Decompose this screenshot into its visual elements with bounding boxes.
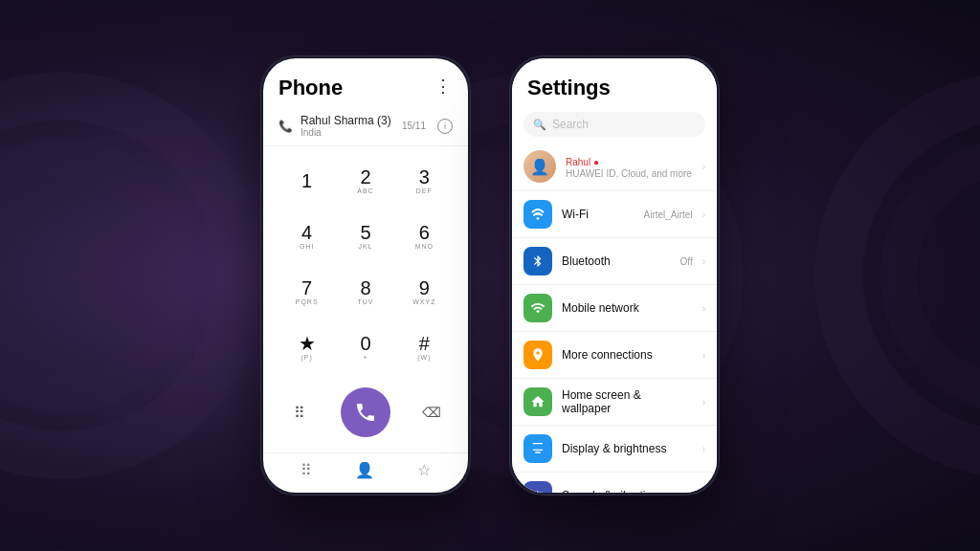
dial-key-6[interactable]: 6 MNO — [396, 209, 453, 263]
contact-country: India — [301, 127, 394, 138]
homescreen-chevron-icon: › — [702, 397, 705, 408]
bluetooth-value: Off — [680, 256, 693, 267]
wifi-icon — [523, 200, 552, 229]
nav-contacts-icon[interactable]: 👤 — [355, 461, 374, 479]
settings-item-wifi[interactable]: Wi-Fi Airtel_Airtel › — [512, 191, 717, 238]
dial-key-0[interactable]: 0 + — [337, 320, 393, 374]
profile-avatar: 👤 — [523, 150, 556, 183]
search-placeholder: Search — [552, 118, 589, 131]
connections-label: More connections — [562, 348, 693, 362]
dial-key-8[interactable]: 8 TUV — [337, 265, 393, 319]
nav-favorites-icon[interactable]: ☆ — [417, 461, 431, 479]
sound-label: Sounds & vibration — [562, 489, 693, 493]
dialpad: 1 2 ABC 3 DEF 4 GHI — [263, 146, 468, 382]
settings-item-display[interactable]: Display & brightness › — [512, 426, 717, 473]
profile-sub: HUAWEI ID, Cloud, and more — [566, 168, 693, 179]
sound-content: Sounds & vibration — [562, 489, 693, 493]
profile-name: Rahul ● — [566, 154, 693, 168]
dial-key-4[interactable]: 4 GHI — [278, 209, 335, 263]
homescreen-content: Home screen & wallpaper — [562, 388, 693, 415]
settings-screen: Settings 🔍 Search 👤 Rahul ● HUAW — [512, 58, 717, 493]
settings-header: Settings — [512, 58, 717, 106]
settings-item-mobile[interactable]: Mobile network › — [512, 285, 717, 332]
contact-bar: 📞 Rahul Sharma (3) India 15/11 i — [263, 106, 468, 146]
mobile-content: Mobile network — [562, 301, 693, 315]
mobile-network-icon — [523, 294, 552, 322]
mobile-label: Mobile network — [562, 301, 693, 315]
settings-item-sound[interactable]: Sounds & vibration › — [512, 473, 717, 493]
contact-name: Rahul Sharma (3) — [301, 114, 394, 127]
search-bar[interactable]: 🔍 Search — [523, 112, 705, 137]
wifi-chevron-icon: › — [702, 209, 705, 220]
sound-icon — [523, 481, 552, 493]
dialer-screen: Phone ⋮ 📞 Rahul Sharma (3) India 15/11 i… — [263, 58, 468, 493]
bluetooth-icon — [523, 247, 552, 276]
display-label: Display & brightness — [562, 442, 693, 455]
profile-info: Rahul ● HUAWEI ID, Cloud, and more — [566, 154, 693, 179]
profile-chevron-icon: › — [702, 162, 705, 172]
contact-count: 15/11 — [402, 121, 426, 131]
settings-item-bluetooth[interactable]: Bluetooth Off › — [512, 238, 717, 285]
dial-key-5[interactable]: 5 JKL — [337, 209, 393, 263]
homescreen-label: Home screen & wallpaper — [562, 388, 693, 415]
wifi-content: Wi-Fi — [562, 208, 635, 221]
connections-icon — [523, 341, 552, 369]
display-chevron-icon: › — [702, 444, 705, 454]
dialer-title: Phone — [278, 76, 343, 100]
phone-dialer: Phone ⋮ 📞 Rahul Sharma (3) India 15/11 i… — [260, 55, 471, 496]
call-button[interactable] — [341, 387, 390, 437]
phone-settings: Settings 🔍 Search 👤 Rahul ● HUAW — [509, 55, 720, 496]
delete-icon[interactable]: ⌫ — [414, 395, 449, 430]
connections-content: More connections — [562, 348, 693, 362]
settings-item-homescreen[interactable]: Home screen & wallpaper › — [512, 379, 717, 426]
display-content: Display & brightness — [562, 442, 693, 455]
bluetooth-chevron-icon: › — [702, 256, 705, 267]
wifi-label: Wi-Fi — [562, 208, 635, 221]
mobile-chevron-icon: › — [702, 303, 705, 314]
bluetooth-content: Bluetooth — [562, 254, 671, 268]
dialer-actions: ⠿ ⌫ — [263, 382, 468, 452]
nav-dialpad-icon[interactable]: ⠿ — [301, 461, 312, 479]
settings-list: 👤 Rahul ● HUAWEI ID, Cloud, and more › — [512, 143, 717, 493]
settings-title: Settings — [527, 76, 611, 99]
dial-key-7[interactable]: 7 PQRS — [278, 265, 335, 319]
sound-chevron-icon: › — [702, 491, 705, 494]
profile-item[interactable]: 👤 Rahul ● HUAWEI ID, Cloud, and more › — [512, 143, 717, 191]
dialer-header: Phone ⋮ — [263, 58, 468, 106]
dial-key-3[interactable]: 3 DEF — [396, 154, 453, 208]
settings-item-connections[interactable]: More connections › — [512, 332, 717, 379]
dial-key-9[interactable]: 9 WXYZ — [396, 265, 453, 319]
bluetooth-label: Bluetooth — [562, 254, 671, 268]
dial-key-2[interactable]: 2 ABC — [337, 154, 393, 208]
connections-chevron-icon: › — [702, 350, 705, 361]
phones-container: Phone ⋮ 📞 Rahul Sharma (3) India 15/11 i… — [260, 55, 720, 496]
dial-key-1[interactable]: 1 — [278, 154, 335, 208]
contact-info-button[interactable]: i — [437, 119, 453, 134]
contact-phone-icon: 📞 — [278, 120, 293, 133]
contact-info: Rahul Sharma (3) India — [301, 114, 394, 138]
display-icon — [523, 434, 552, 463]
dialer-nav: ⠿ 👤 ☆ — [263, 452, 468, 493]
dial-key-hash[interactable]: # (W) — [396, 320, 453, 374]
search-icon: 🔍 — [533, 119, 546, 131]
menu-dots-icon[interactable]: ⋮ — [434, 76, 453, 97]
dial-key-star[interactable]: ★ (P) — [278, 320, 335, 374]
dialpad-grid-icon[interactable]: ⠿ — [282, 395, 317, 430]
wifi-value: Airtel_Airtel — [644, 209, 693, 220]
homescreen-icon — [523, 387, 552, 416]
